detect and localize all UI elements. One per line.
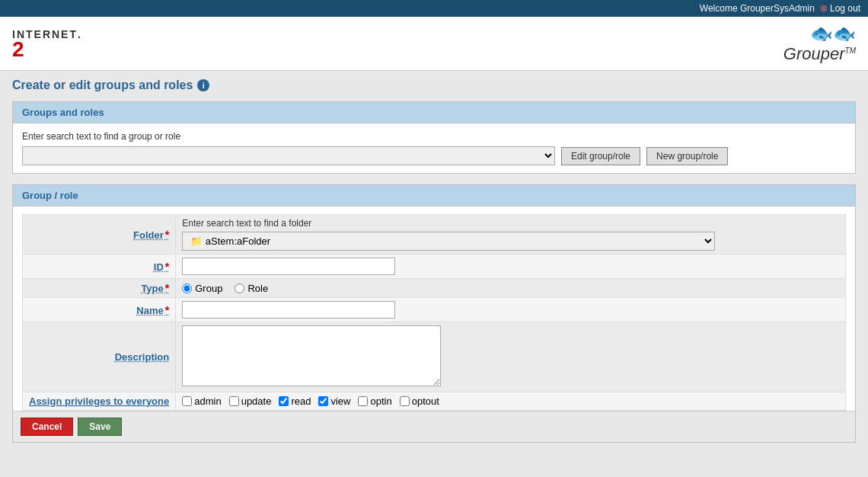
group-search-select[interactable]	[22, 146, 555, 165]
id-required-star: *	[165, 261, 169, 273]
privilege-view-checkbox[interactable]	[318, 396, 328, 406]
type-cell: Group Role	[176, 279, 846, 298]
header: INTERNET. 2 🐟🐟 GrouperTM	[0, 17, 868, 71]
type-row: Type* Group Role	[23, 279, 846, 298]
cancel-button[interactable]: Cancel	[21, 418, 73, 436]
group-role-header: Group / role	[13, 185, 855, 206]
privilege-optout-checkbox[interactable]	[400, 396, 410, 406]
type-radio-group: Group Role	[182, 283, 839, 294]
description-label: Description	[23, 322, 176, 392]
page-title: Create or edit groups and roles	[12, 78, 193, 92]
privilege-admin-label[interactable]: admin	[194, 395, 221, 407]
id-input[interactable]	[182, 258, 395, 275]
id-label: ID*	[23, 255, 176, 279]
privilege-read-label[interactable]: read	[291, 395, 311, 407]
name-required-star: *	[165, 304, 169, 316]
folder-hint: Enter search text to find a folder	[182, 218, 839, 229]
id-row: ID*	[23, 255, 846, 279]
assign-privileges-link[interactable]: Assign privileges to everyone	[29, 395, 169, 407]
group-role-form: Folder* Enter search text to find a fold…	[22, 214, 846, 411]
privileges-container: admin update read	[182, 395, 839, 407]
privilege-read-checkbox[interactable]	[279, 396, 289, 406]
grouper-sup: TM	[845, 46, 856, 55]
description-textarea[interactable]	[182, 325, 441, 386]
privilege-view-label[interactable]: view	[330, 395, 350, 407]
top-bar: Welcome GrouperSysAdmin ⊗ Log out	[0, 0, 868, 17]
internet2-logo: INTERNET. 2	[12, 29, 81, 58]
description-row: Description	[23, 322, 846, 392]
groups-roles-body: Enter search text to find a group or rol…	[13, 123, 855, 173]
privilege-admin-checkbox[interactable]	[182, 396, 192, 406]
main-content: Create or edit groups and roles i Groups…	[0, 71, 868, 477]
description-cell	[176, 322, 846, 392]
search-row: Edit group/role New group/role	[22, 146, 846, 165]
action-buttons: Cancel Save	[13, 411, 855, 442]
privilege-optout: optout	[400, 395, 439, 407]
privilege-optout-label[interactable]: optout	[412, 395, 439, 407]
welcome-text: Welcome GrouperSysAdmin	[700, 3, 815, 14]
folder-row: Folder* Enter search text to find a fold…	[23, 215, 846, 255]
privilege-admin: admin	[182, 395, 221, 407]
groups-roles-panel: Groups and roles Enter search text to fi…	[12, 101, 856, 174]
grouper-logo: 🐟🐟 GrouperTM	[783, 23, 856, 64]
privileges-row: Assign privileges to everyone admin	[23, 392, 846, 411]
info-icon[interactable]: i	[197, 79, 209, 91]
new-group-button[interactable]: New group/role	[646, 147, 728, 165]
privileges-cell: admin update read	[176, 392, 846, 411]
group-role-body: Folder* Enter search text to find a fold…	[13, 206, 855, 411]
type-required-star: *	[165, 282, 169, 294]
privilege-optin-checkbox[interactable]	[358, 396, 368, 406]
group-role-panel: Group / role Folder* Enter search text t…	[12, 184, 856, 443]
name-input[interactable]	[182, 301, 395, 319]
folder-required-star: *	[165, 229, 169, 241]
folder-cell: Enter search text to find a folder 📁 aSt…	[176, 215, 846, 255]
type-group-radio[interactable]	[182, 283, 192, 293]
privilege-optin: optin	[358, 395, 391, 407]
privilege-update: update	[229, 395, 272, 407]
name-label: Name*	[23, 298, 176, 322]
groups-roles-header: Groups and roles	[13, 102, 855, 123]
logout-icon: ⊗	[820, 3, 828, 14]
type-group-label[interactable]: Group	[182, 283, 222, 294]
grouper-label: Grouper	[783, 44, 845, 63]
privilege-update-label[interactable]: update	[241, 395, 272, 407]
privilege-read: read	[279, 395, 311, 407]
privilege-optin-label[interactable]: optin	[370, 395, 391, 407]
name-row: Name*	[23, 298, 846, 322]
id-cell	[176, 255, 846, 279]
save-button[interactable]: Save	[78, 418, 122, 436]
name-cell	[176, 298, 846, 322]
privilege-view: view	[318, 395, 350, 407]
assign-privileges-label-cell: Assign privileges to everyone	[23, 392, 176, 411]
search-hint: Enter search text to find a group or rol…	[22, 131, 846, 142]
page-title-bar: Create or edit groups and roles i	[12, 78, 856, 92]
folder-select[interactable]: 📁 aStem:aFolder	[182, 232, 715, 251]
type-role-radio[interactable]	[235, 283, 244, 293]
folder-label: Folder*	[23, 215, 176, 255]
logout-link[interactable]: Log out	[830, 3, 860, 14]
edit-group-button[interactable]: Edit group/role	[561, 147, 640, 165]
privilege-update-checkbox[interactable]	[229, 396, 239, 406]
type-role-label[interactable]: Role	[235, 283, 268, 294]
type-label: Type*	[23, 279, 176, 298]
